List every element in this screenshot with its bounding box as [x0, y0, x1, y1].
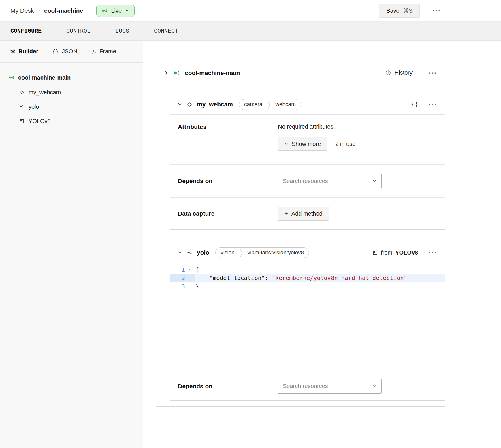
component-type-pills: camera webcam — [239, 99, 301, 110]
from-label: from — [381, 249, 392, 256]
vision-sparkles-icon — [187, 250, 193, 256]
config-sidebar: ⚒ Builder {} JSON Frame cool-machine-m — [0, 41, 143, 448]
machine-part-card: cool-machine-main History ··· — [156, 63, 445, 407]
mode-builder[interactable]: ⚒ Builder — [10, 48, 38, 55]
depends-on-label: Depends on — [178, 178, 278, 185]
mode-json-label: JSON — [62, 48, 77, 55]
tab-control[interactable]: CONTROL — [66, 28, 91, 34]
show-more-button[interactable]: Show more — [278, 137, 327, 151]
top-bar: My Desk › cool-machine Live Save ⌘S ··· — [0, 0, 501, 22]
config-main-panel: cool-machine-main History ··· — [143, 41, 501, 448]
line-number: 2 — [170, 274, 185, 282]
model-pill: webcam — [270, 99, 301, 110]
add-method-button[interactable]: + Add method — [278, 207, 329, 221]
breadcrumb-parent-link[interactable]: My Desk — [10, 7, 34, 14]
data-capture-section: Data capture + Add method — [170, 198, 445, 229]
type-pill: camera — [239, 99, 267, 110]
depends-on-placeholder: Search resources — [283, 178, 372, 185]
breadcrumb-separator-icon: › — [38, 7, 40, 14]
broadcast-icon — [9, 75, 14, 80]
machine-part-body: my_webcam camera webcam {} ··· — [156, 82, 445, 406]
save-button[interactable]: Save ⌘S — [379, 4, 420, 18]
module-icon — [19, 118, 25, 124]
my-webcam-header: my_webcam camera webcam {} ··· — [170, 94, 445, 115]
part-more-menu-icon[interactable]: ··· — [428, 69, 437, 76]
mode-frame-label: Frame — [99, 48, 116, 55]
from-module-name: YOLOv8 — [395, 249, 418, 256]
tree-root-label: cool-machine-main — [18, 74, 125, 81]
data-capture-label: Data capture — [178, 210, 278, 217]
component-title: yolo — [197, 249, 209, 256]
raw-json-toggle-icon[interactable]: {} — [411, 101, 418, 108]
config-mode-switcher: ⚒ Builder {} JSON Frame — [0, 41, 143, 63]
history-button[interactable]: History — [385, 69, 413, 76]
fold-toggle[interactable] — [185, 266, 195, 274]
code-line-3[interactable]: 3 } — [170, 282, 445, 291]
tab-connect[interactable]: CONNECT — [154, 28, 178, 34]
attributes-label: Attributes — [178, 123, 278, 155]
attributes-content: No required attributes. Show more 2 in u… — [278, 123, 355, 155]
resource-tree: cool-machine-main + my_webcam yolo — [0, 63, 143, 128]
breadcrumb: My Desk › cool-machine — [10, 7, 83, 14]
tree-item-my-webcam[interactable]: my_webcam — [0, 85, 143, 99]
chevron-down-icon[interactable] — [178, 250, 182, 255]
tree-root-machine-part[interactable]: cool-machine-main + — [0, 70, 143, 85]
model-pill: viam-labs:vision:yolov8 — [243, 248, 309, 258]
machine-part-title: cool-machine-main — [185, 69, 380, 76]
add-resource-icon[interactable]: + — [129, 74, 133, 81]
component-diamond-icon — [187, 101, 193, 108]
save-shortcut: ⌘S — [403, 7, 413, 14]
attributes-empty-text: No required attributes. — [278, 123, 355, 130]
depends-on-section: Depends on Search resources — [170, 165, 445, 198]
chevron-down-icon — [125, 9, 129, 13]
tree-item-yolov8-module[interactable]: YOLOv8 — [0, 114, 143, 128]
code-line-2[interactable]: 2 "model_location": "keremberke/yolov8n-… — [170, 274, 445, 282]
show-more-label: Show more — [292, 141, 321, 147]
history-clock-icon — [385, 70, 391, 76]
tree-item-label: my_webcam — [29, 89, 61, 96]
live-status-dropdown[interactable]: Live — [96, 5, 135, 17]
component-diamond-icon — [19, 90, 25, 95]
attributes-section: Attributes No required attributes. Show … — [170, 115, 445, 165]
mode-json[interactable]: {} JSON — [52, 48, 77, 55]
breadcrumb-current: cool-machine — [44, 7, 83, 14]
body: ⚒ Builder {} JSON Frame cool-machine-m — [0, 41, 501, 448]
code-text: { — [195, 266, 199, 274]
component-title: my_webcam — [197, 101, 233, 108]
tab-configure[interactable]: CONFIGURE — [10, 28, 42, 34]
component-card-yolo: yolo vision viam-labs:vision:yolov8 — [170, 242, 445, 401]
tree-item-yolo[interactable]: yolo — [0, 99, 143, 114]
mode-builder-label: Builder — [18, 48, 38, 55]
line-number: 1 — [170, 266, 185, 274]
from-module-link[interactable]: from YOLOv8 — [372, 249, 418, 256]
depends-on-section: Depends on Search resources — [170, 372, 445, 400]
code-text: "model_location": "keremberke/yolov8n-ha… — [195, 274, 407, 282]
tab-logs[interactable]: LOGS — [115, 28, 129, 34]
depends-on-select[interactable]: Search resources — [278, 379, 382, 394]
broadcast-icon — [174, 70, 180, 76]
plus-icon: + — [284, 210, 288, 217]
json-string-value: "keremberke/yolov8n-hard-hat-detection" — [272, 274, 407, 281]
code-text: } — [195, 282, 199, 291]
topbar-more-menu-icon[interactable]: ··· — [432, 7, 441, 14]
chevron-down-icon — [284, 142, 288, 146]
braces-icon: {} — [52, 48, 59, 55]
live-label: Live — [111, 7, 122, 14]
history-label: History — [395, 69, 413, 76]
component-more-menu-icon[interactable]: ··· — [429, 101, 437, 108]
chevron-down-icon[interactable] — [178, 102, 182, 107]
component-more-menu-icon[interactable]: ··· — [429, 249, 437, 256]
depends-on-label: Depends on — [178, 383, 278, 390]
code-line-1[interactable]: 1 { — [170, 266, 445, 274]
depends-on-placeholder: Search resources — [283, 383, 372, 389]
mode-frame[interactable]: Frame — [91, 48, 116, 55]
chevron-right-icon[interactable] — [164, 71, 169, 75]
machine-part-header: cool-machine-main History ··· — [156, 63, 445, 82]
depends-on-select[interactable]: Search resources — [278, 174, 382, 188]
attributes-json-editor[interactable]: 1 { 2 — [170, 263, 445, 372]
component-type-pills: vision viam-labs:vision:yolov8 — [215, 247, 309, 258]
json-key: "model_location" — [209, 274, 265, 281]
component-card-my-webcam: my_webcam camera webcam {} ··· — [170, 94, 445, 230]
module-icon — [372, 250, 378, 255]
tree-item-label: yolo — [29, 103, 39, 110]
